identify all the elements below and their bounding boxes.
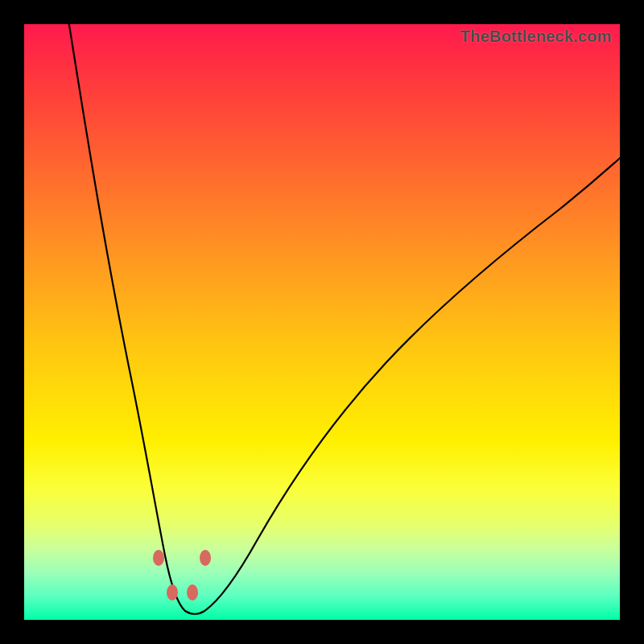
chart-frame: TheBottleneck.com: [24, 24, 620, 620]
bottleneck-curve: [68, 20, 624, 614]
marker-right-lower: [187, 584, 198, 601]
marker-left-lower: [167, 584, 178, 601]
marker-right-upper: [200, 550, 211, 566]
chart-svg: [24, 24, 620, 620]
marker-left-upper: [153, 550, 164, 566]
